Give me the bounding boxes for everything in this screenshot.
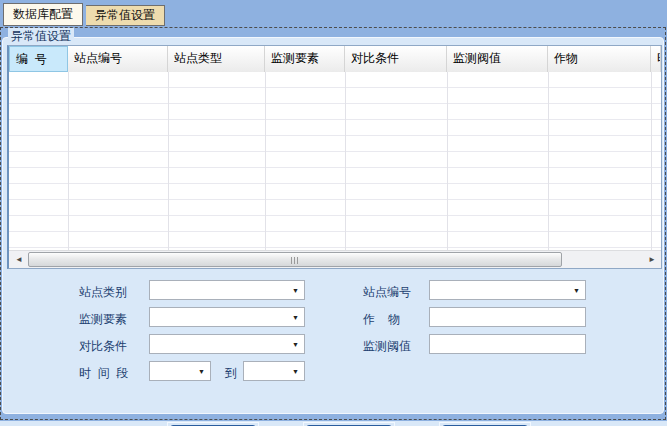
station-no-combobox[interactable]: ▼ — [429, 280, 586, 300]
table-header-row: 编 号 站点编号 站点类型 监测要素 对比条件 监测阀值 作物 时 — [9, 46, 661, 72]
scroll-right-icon[interactable]: ► — [643, 251, 661, 268]
dropdown-arrow-icon[interactable]: ▼ — [292, 287, 299, 294]
column-header-threshold[interactable]: 监测阀值 — [447, 46, 548, 72]
dropdown-arrow-icon[interactable]: ▼ — [198, 368, 205, 375]
table-body-empty[interactable] — [9, 72, 661, 250]
add-button-outline: 添 加 — [167, 422, 259, 426]
crop-input[interactable] — [431, 309, 584, 325]
column-divider — [68, 72, 69, 250]
tab-database-config[interactable]: 数据库配置 — [3, 3, 83, 26]
time-range-label: 时 间 段 — [79, 365, 128, 382]
monitor-element-label: 监测要素 — [79, 311, 127, 328]
modify-button-outline: 修 改 — [303, 422, 395, 426]
scrollbar-thumb[interactable] — [28, 252, 562, 267]
dropdown-arrow-icon[interactable]: ▼ — [292, 368, 299, 375]
column-divider — [651, 72, 652, 250]
threshold-field-box — [429, 334, 586, 354]
time-from-combobox[interactable]: ▼ — [149, 361, 211, 381]
station-type-combobox[interactable]: ▼ — [149, 280, 305, 300]
horizontal-scrollbar[interactable]: ◄ ► — [9, 250, 661, 268]
abnormal-value-settings-window: 数据库配置 异常值设置 异常值设置 编 号 站点编号 站点类型 监测要素 对比条… — [0, 0, 667, 426]
column-header-station-type[interactable]: 站点类型 — [168, 46, 265, 72]
monitor-element-combobox[interactable]: ▼ — [149, 307, 305, 327]
column-divider — [265, 72, 266, 250]
time-to-combobox[interactable]: ▼ — [243, 361, 305, 381]
column-divider — [345, 72, 346, 250]
column-divider — [447, 72, 448, 250]
abnormal-value-groupbox: 异常值设置 编 号 站点编号 站点类型 监测要素 对比条件 监测阀值 作物 时 — [2, 37, 664, 414]
time-to-label: 到 — [225, 365, 237, 382]
crop-field-box — [429, 307, 586, 327]
column-header-condition[interactable]: 对比条件 — [345, 46, 447, 72]
column-header-crop[interactable]: 作物 — [548, 46, 651, 72]
threshold-input[interactable] — [431, 336, 584, 352]
station-no-label: 站点编号 — [363, 284, 411, 301]
compare-condition-label: 对比条件 — [79, 338, 127, 355]
threshold-label: 监测阈值 — [363, 338, 411, 355]
column-header-element[interactable]: 监测要素 — [265, 46, 345, 72]
column-divider — [168, 72, 169, 250]
dropdown-arrow-icon[interactable]: ▼ — [292, 314, 299, 321]
delete-button-outline: 删 除 — [439, 422, 531, 426]
station-type-label: 站点类别 — [79, 284, 127, 301]
column-header-station-no[interactable]: 站点编号 — [68, 46, 168, 72]
column-divider — [548, 72, 549, 250]
abnormal-value-table[interactable]: 编 号 站点编号 站点类型 监测要素 对比条件 监测阀值 作物 时 ◄ — [7, 45, 662, 269]
crop-label: 作 物 — [363, 311, 400, 328]
dropdown-arrow-icon[interactable]: ▼ — [292, 341, 299, 348]
column-header-time[interactable]: 时 — [651, 46, 661, 72]
scrollbar-gripper-icon — [291, 257, 299, 264]
dropdown-arrow-icon[interactable]: ▼ — [573, 287, 580, 294]
groupbox-title: 异常值设置 — [8, 28, 74, 45]
scroll-left-icon[interactable]: ◄ — [10, 251, 28, 268]
column-header-id[interactable]: 编 号 — [9, 46, 68, 72]
tab-abnormal-value-settings[interactable]: 异常值设置 — [86, 5, 165, 26]
compare-condition-combobox[interactable]: ▼ — [149, 334, 305, 354]
